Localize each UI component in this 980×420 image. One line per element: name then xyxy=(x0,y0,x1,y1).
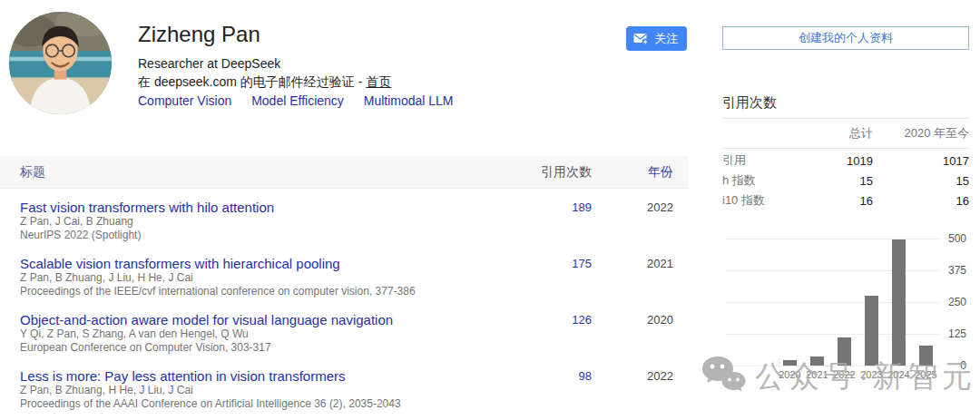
publication-year: 2022 xyxy=(592,200,673,245)
publications-table: 标题 引用次数 年份 Fast vision transformers with… xyxy=(0,156,688,414)
chart-ytick-label: 500 xyxy=(930,232,966,245)
publication-year: 2020 xyxy=(592,312,673,357)
follow-button-label: 关注 xyxy=(654,31,678,47)
chart-bar-2024 xyxy=(892,239,906,366)
chart-xtick-label: 2020 xyxy=(777,369,804,380)
interests-list: Computer Vision Model Efficiency Multimo… xyxy=(138,93,470,108)
publication-authors: Z Pan, J Cai, B Zhuang xyxy=(20,215,515,229)
chart-xtick-label: 2024 xyxy=(886,369,913,380)
stats-column-total: 总计 xyxy=(813,125,873,142)
citation-stats-heading: 引用次数 xyxy=(722,94,777,112)
chart-xtick-label: 2022 xyxy=(831,369,858,380)
publication-authors: Z Pan, B Zhuang, J Liu, H He, J Cai xyxy=(20,271,515,285)
profile-affiliation: Researcher at DeepSeek xyxy=(138,56,280,71)
publication-row: Object-and-action aware model for visual… xyxy=(0,301,688,357)
profile-photo xyxy=(9,12,112,114)
publication-row: Less is more: Pay less attention in visi… xyxy=(0,357,688,414)
chart-xtick-label: 2023 xyxy=(858,369,886,380)
chart-xtick-label: 2025 xyxy=(913,369,940,380)
chart-gridline xyxy=(726,239,939,239)
scholar-profile-page: Zizheng Pan Researcher at DeepSeek 在 dee… xyxy=(0,0,980,420)
divider xyxy=(722,148,969,149)
stats-row-i10-index: i10 指数 16 16 xyxy=(722,192,969,209)
publication-title-link[interactable]: Scalable vision transformers with hierar… xyxy=(20,256,515,271)
chart-ytick-label: 125 xyxy=(930,327,966,340)
interest-link-model-efficiency[interactable]: Model Efficiency xyxy=(251,93,344,108)
publication-venue: Proceedings of the IEEE/cvf internationa… xyxy=(20,285,515,298)
chart-bar-2021 xyxy=(810,357,824,366)
publication-venue: European Conference on Computer Vision, … xyxy=(20,341,515,355)
publication-cited-by-link[interactable]: 126 xyxy=(515,312,592,357)
publication-venue: Proceedings of the AAAI Conference on Ar… xyxy=(20,397,515,411)
publication-row: Scalable vision transformers with hierar… xyxy=(0,245,688,301)
chart-ytick-label: 375 xyxy=(930,264,966,277)
profile-photo-illustration xyxy=(9,12,112,114)
homepage-link[interactable]: 首页 xyxy=(366,74,391,89)
publication-row: Fast vision transformers with hilo atten… xyxy=(0,189,688,245)
publication-authors: Y Qi, Z Pan, S Zhang, A van den Hengel, … xyxy=(20,327,515,341)
interest-link-multimodal-llm[interactable]: Multimodal LLM xyxy=(364,93,454,108)
create-profile-button[interactable]: 创建我的个人资料 xyxy=(722,26,969,50)
chart-gridline xyxy=(726,334,939,335)
chart-bar-2023 xyxy=(865,296,878,366)
column-header-title[interactable]: 标题 xyxy=(20,164,515,181)
publication-cited-by-link[interactable]: 175 xyxy=(515,256,592,301)
profile-name: Zizheng Pan xyxy=(138,22,260,47)
chart-gridline xyxy=(726,270,939,271)
chart-gridline xyxy=(726,302,939,303)
publications-table-header: 标题 引用次数 年份 xyxy=(0,156,688,189)
chart-gridline xyxy=(726,366,939,366)
publication-venue: NeurIPS 2022 (Spotlight) xyxy=(20,229,515,242)
column-header-year[interactable]: 年份 xyxy=(592,164,673,181)
interest-link-computer-vision[interactable]: Computer Vision xyxy=(138,93,231,108)
publication-authors: Z Pan, B Zhuang, H He, J Liu, J Cai xyxy=(20,384,515,397)
publication-title-link[interactable]: Less is more: Pay less attention in visi… xyxy=(20,368,515,384)
publication-cited-by-link[interactable]: 189 xyxy=(515,200,592,245)
verified-email-text: 在 deepseek.com 的电子邮件经过验证 xyxy=(138,74,355,89)
stats-row-citations: 引用 1019 1017 xyxy=(722,152,969,169)
publication-title-link[interactable]: Fast vision transformers with hilo atten… xyxy=(20,200,515,215)
chart-ytick-label: 250 xyxy=(930,296,966,308)
chart-bar-2025 xyxy=(919,346,933,366)
stats-row-h-index: h 指数 15 15 xyxy=(722,172,969,189)
publication-year: 2022 xyxy=(592,368,673,414)
publication-cited-by-link[interactable]: 98 xyxy=(515,368,592,414)
separator: - xyxy=(355,74,366,89)
verified-email-line: 在 deepseek.com 的电子邮件经过验证 - 首页 xyxy=(138,74,391,91)
chart-bar-2022 xyxy=(838,337,851,366)
citation-stats-table: 总计 2020 年至今 引用 1019 1017 h 指数 15 15 i10 … xyxy=(722,118,969,210)
stats-column-since: 2020 年至今 xyxy=(873,125,969,142)
envelope-add-icon xyxy=(633,33,649,45)
chart-xtick-label: 2021 xyxy=(804,369,831,380)
create-profile-label: 创建我的个人资料 xyxy=(799,30,893,46)
citations-per-year-chart: 0125250375500202020212022202320242025 xyxy=(726,239,969,384)
publication-year: 2021 xyxy=(592,256,673,301)
chart-bar-2020 xyxy=(783,360,797,366)
column-header-cited-by[interactable]: 引用次数 xyxy=(515,164,592,181)
follow-button[interactable]: 关注 xyxy=(626,26,687,51)
publication-title-link[interactable]: Object-and-action aware model for visual… xyxy=(20,312,515,327)
